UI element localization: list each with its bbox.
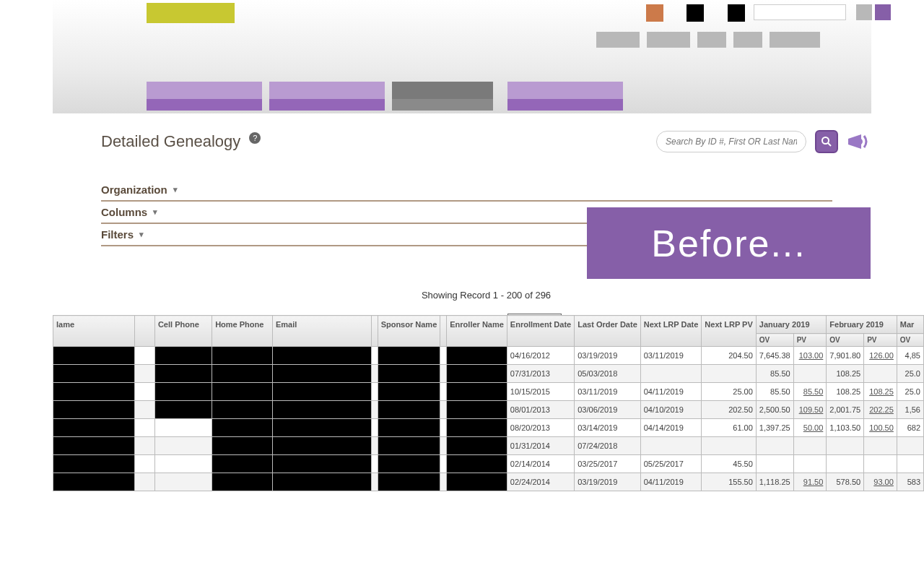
table-cell <box>212 365 273 383</box>
th-cell-phone[interactable]: Cell Phone <box>154 316 212 347</box>
header-icon-5[interactable] <box>875 4 891 20</box>
table-cell <box>447 473 507 491</box>
header-gradient <box>53 0 871 113</box>
th-month2[interactable]: February 2019 <box>827 316 897 334</box>
th-ov3[interactable]: OV <box>897 334 923 347</box>
th-home-phone[interactable]: Home Phone <box>212 316 273 347</box>
th-ov2[interactable]: OV <box>827 334 864 347</box>
table-cell[interactable]: 50.00 <box>793 419 827 437</box>
th-name[interactable]: lame <box>53 316 135 347</box>
table-cell: 85.50 <box>756 383 793 401</box>
table-cell: 1,56 <box>897 401 923 419</box>
main-tab-1[interactable] <box>147 82 262 111</box>
page-title-text: Detailed Genealogy <box>101 132 240 150</box>
table-cell <box>378 401 440 419</box>
th-last-order-date[interactable]: Last Order Date <box>575 316 641 347</box>
search-button[interactable] <box>815 130 838 153</box>
nav-secondary-3[interactable] <box>697 32 726 48</box>
pv-link[interactable]: 103.00 <box>799 351 824 360</box>
table-cell <box>447 383 507 401</box>
table-cell <box>897 437 923 455</box>
table-cell <box>864 437 897 455</box>
table-cell <box>212 383 273 401</box>
table-cell <box>53 419 135 437</box>
table-cell: 108.25 <box>827 365 864 383</box>
table-cell: 1,103.50 <box>827 419 864 437</box>
th-email[interactable]: Email <box>272 316 371 347</box>
main-tab-3-active[interactable] <box>392 82 493 111</box>
table-cell: 25.00 <box>702 383 756 401</box>
table-cell[interactable]: 126.00 <box>864 347 897 365</box>
th-pv1[interactable]: PV <box>793 334 827 347</box>
table-cell: 03/11/2019 <box>640 347 702 365</box>
table-cell[interactable]: 103.00 <box>793 347 827 365</box>
th-enrollment-date[interactable]: Enrollment Date <box>507 316 574 347</box>
th-month3[interactable]: Mar <box>897 316 923 334</box>
pv-link[interactable]: 50.00 <box>803 423 824 432</box>
svg-point-0 <box>822 137 829 144</box>
table-cell: 04/16/2012 <box>507 347 574 365</box>
pv-link[interactable]: 91.50 <box>803 478 824 486</box>
pv-link[interactable]: 93.00 <box>873 478 894 486</box>
table-cell[interactable]: 85.50 <box>793 383 827 401</box>
table-cell <box>154 347 212 365</box>
table-cell[interactable]: 109.50 <box>793 401 827 419</box>
table-cell <box>135 473 155 491</box>
nav-secondary-2[interactable] <box>647 32 690 48</box>
th-sponsor-name[interactable]: Sponsor Name <box>378 316 440 347</box>
table-cell <box>154 455 212 473</box>
header-icon-4[interactable] <box>856 4 872 20</box>
help-icon[interactable]: ? <box>249 132 261 144</box>
table-cell: 25.0 <box>897 365 923 383</box>
table-cell[interactable]: 108.25 <box>864 383 897 401</box>
table-cell: 2,001.75 <box>827 401 864 419</box>
table-cell <box>53 347 135 365</box>
table-cell <box>371 455 378 473</box>
table-cell <box>272 401 371 419</box>
table-cell <box>135 365 155 383</box>
table-cell: 07/24/2018 <box>575 437 641 455</box>
table-cell: 04/11/2019 <box>640 383 702 401</box>
th-month1[interactable]: January 2019 <box>756 316 827 334</box>
table-cell: 155.50 <box>702 473 756 491</box>
accordion-organization[interactable]: Organization ▾ <box>101 179 832 202</box>
th-ov1[interactable]: OV <box>756 334 793 347</box>
pv-link[interactable]: 202.25 <box>869 405 894 414</box>
header-icon-2[interactable] <box>687 4 704 22</box>
table-cell: 04/11/2019 <box>640 473 702 491</box>
table-cell[interactable]: 93.00 <box>864 473 897 491</box>
th-pv2[interactable]: PV <box>864 334 897 347</box>
header-icon-3[interactable] <box>728 4 745 22</box>
pv-link[interactable]: 126.00 <box>869 351 894 360</box>
nav-secondary-1[interactable] <box>596 32 640 48</box>
table-row: 02/14/201403/25/201705/25/201745.50 <box>53 455 924 473</box>
table-cell: 02/24/2014 <box>507 473 574 491</box>
pv-link[interactable]: 85.50 <box>803 387 824 396</box>
table-cell <box>53 383 135 401</box>
table-cell[interactable]: 100.50 <box>864 419 897 437</box>
table-cell <box>154 419 212 437</box>
nav-secondary-5[interactable] <box>770 32 820 48</box>
table-cell <box>371 401 378 419</box>
search-input[interactable] <box>656 131 806 152</box>
pv-link[interactable]: 108.25 <box>869 387 894 396</box>
th-next-lrp-date[interactable]: Next LRP Date <box>640 316 702 347</box>
table-cell: 07/31/2013 <box>507 365 574 383</box>
main-tab-4[interactable] <box>507 82 623 111</box>
megaphone-icon[interactable] <box>847 131 871 152</box>
pv-link[interactable]: 109.50 <box>799 405 824 414</box>
table-cell: 03/19/2019 <box>575 473 641 491</box>
header-icon-1[interactable] <box>646 4 663 22</box>
nav-secondary-4[interactable] <box>733 32 762 48</box>
th-next-lrp-pv[interactable]: Next LRP PV <box>702 316 756 347</box>
table-cell: 01/31/2014 <box>507 437 574 455</box>
header-search-box[interactable] <box>754 4 846 20</box>
table-cell: 04/14/2019 <box>640 419 702 437</box>
main-tab-2[interactable] <box>269 82 385 111</box>
table-cell[interactable]: 91.50 <box>793 473 827 491</box>
pv-link[interactable]: 100.50 <box>869 423 894 432</box>
th-enroller-name[interactable]: Enroller Name <box>447 316 507 347</box>
table-cell <box>378 437 440 455</box>
table-cell[interactable]: 202.25 <box>864 401 897 419</box>
logo <box>147 3 235 23</box>
